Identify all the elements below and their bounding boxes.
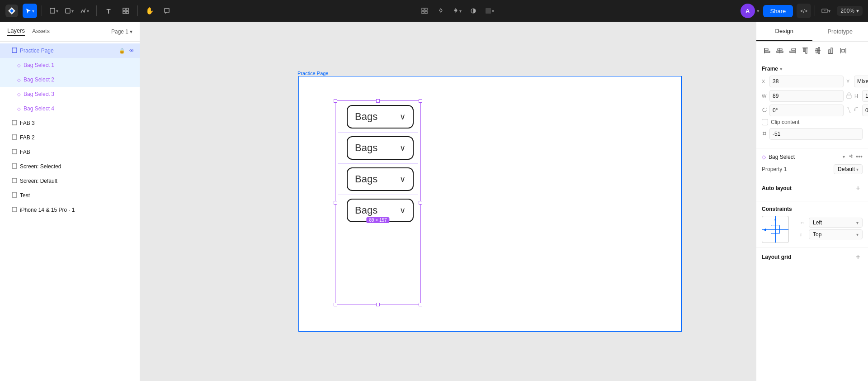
handle-mr[interactable]: [419, 201, 422, 205]
component-more-icon[interactable]: •••: [856, 153, 863, 161]
canvas-frame[interactable]: Bags ∨ Bags ∨: [298, 76, 682, 332]
text-tool-btn[interactable]: T: [101, 4, 116, 18]
w-input[interactable]: [769, 90, 844, 102]
bag-label-3: Bags: [355, 173, 377, 185]
align-middle-v-btn[interactable]: [812, 45, 823, 56]
bag-select-container[interactable]: Bags ∨ Bags ∨: [336, 101, 420, 304]
clip-content-checkbox[interactable]: [762, 119, 768, 125]
constraint-arrow-top: ▲: [774, 217, 777, 221]
x-input[interactable]: [769, 76, 844, 87]
y-input[interactable]: [854, 76, 868, 87]
tab-design[interactable]: Design: [756, 22, 812, 41]
layer-item-bag-select-4[interactable]: ◇ Bag Select 4: [0, 101, 140, 116]
property-value[interactable]: Default ▾: [834, 164, 863, 174]
component-edit-icon[interactable]: [848, 153, 854, 161]
component-actions: •••: [848, 153, 863, 161]
bag-dropdown-4[interactable]: Bags ∨ 89 × 157: [343, 199, 413, 222]
zoom-control[interactable]: 200% ▾: [837, 6, 863, 16]
radius-input[interactable]: [862, 105, 868, 116]
left-panel: Layers Assets Page 1 ▾ Practice Page 🔒 👁: [0, 22, 140, 381]
svg-rect-40: [12, 193, 17, 197]
radius-icon: [854, 107, 861, 114]
grid-tool-btn[interactable]: [417, 4, 432, 18]
h-constraint-value[interactable]: Left ▾: [809, 218, 863, 228]
align-tool-btn[interactable]: [434, 4, 448, 18]
hand-tool-btn[interactable]: ✋: [142, 4, 157, 18]
component-tool-btn[interactable]: [118, 4, 133, 18]
handle-br[interactable]: [419, 303, 422, 306]
responsive-btn[interactable]: ▾: [819, 4, 833, 18]
align-left-btn[interactable]: [762, 45, 773, 56]
layer-item-fab-2[interactable]: FAB 2: [0, 130, 140, 145]
user-avatar[interactable]: A: [741, 4, 755, 18]
h-label: H: [854, 93, 861, 99]
layer-item-iphone[interactable]: iPhone 14 & 15 Pro - 1: [0, 203, 140, 217]
bag-dropdown-2[interactable]: Bags ∨: [343, 136, 413, 160]
handle-ml[interactable]: [334, 201, 337, 205]
tab-prototype[interactable]: Prototype: [812, 22, 868, 41]
layout-grid-add-btn[interactable]: +: [854, 252, 863, 262]
h-input[interactable]: [862, 90, 868, 102]
bag-dropdown-3[interactable]: Bags ∨: [343, 167, 413, 191]
layer-item-screen-default[interactable]: Screen: Default: [0, 174, 140, 188]
right-panel: Design Prototype: [756, 22, 868, 381]
handle-bl[interactable]: [334, 303, 337, 306]
property-dropdown-icon: ▾: [856, 167, 859, 172]
layer-item-fab-3[interactable]: FAB 3: [0, 116, 140, 130]
layout-grid-section: Layout grid +: [756, 248, 868, 270]
bag-dropdown-display-2[interactable]: Bags ∨: [347, 136, 414, 160]
layer-item-bag-select-3[interactable]: ◇ Bag Select 3: [0, 87, 140, 101]
handle-tm[interactable]: [376, 99, 380, 103]
layer-item-fab[interactable]: FAB: [0, 145, 140, 159]
layer-item-bag-select-1[interactable]: ◇ Bag Select 1: [0, 58, 140, 72]
select-tool-btn[interactable]: ▾: [23, 4, 37, 18]
layer-label-bag-select-1: Bag Select 1: [24, 62, 134, 68]
layer-item-practice-page[interactable]: Practice Page 🔒 👁: [0, 43, 140, 58]
canvas-area[interactable]: Practice Page: [140, 22, 756, 381]
user-dropdown-btn[interactable]: ▾: [757, 8, 760, 14]
contrast-tool-btn[interactable]: [466, 4, 481, 18]
auto-layout-add-btn[interactable]: +: [854, 184, 863, 193]
fill-tool-btn[interactable]: ▾: [482, 4, 497, 18]
comment-tool-btn[interactable]: [160, 4, 174, 18]
svg-rect-56: [803, 48, 805, 52]
page-selector[interactable]: Page 1 ▾: [111, 29, 132, 35]
align-center-h-btn[interactable]: [774, 45, 785, 56]
handle-bm[interactable]: [376, 303, 380, 306]
rotation-input[interactable]: [769, 105, 844, 116]
frame-icon-fab: [12, 149, 17, 155]
lock-aspect-icon[interactable]: [846, 92, 852, 100]
tab-assets[interactable]: Assets: [32, 28, 50, 35]
distribute-btn[interactable]: [838, 45, 849, 56]
corner-lock-icon[interactable]: [846, 107, 852, 114]
auto-layout-header: Auto layout +: [762, 184, 863, 193]
share-button[interactable]: Share: [763, 5, 793, 17]
svg-rect-47: [764, 49, 768, 50]
handle-tl[interactable]: [334, 99, 337, 103]
bag-dropdown-display-3[interactable]: Bags ∨: [347, 167, 414, 191]
pen-tool-btn[interactable]: ▾: [77, 4, 92, 18]
align-right-btn[interactable]: [787, 45, 798, 56]
tab-layers[interactable]: Layers: [7, 27, 25, 36]
align-top-btn[interactable]: [800, 45, 811, 56]
radius-field-group: [854, 105, 868, 116]
stroke-input[interactable]: [769, 128, 863, 140]
bag-dropdown-display-1[interactable]: Bags ∨: [347, 105, 414, 129]
layer-item-screen-selected[interactable]: Screen: Selected: [0, 159, 140, 174]
frame-dropdown-icon[interactable]: ▾: [780, 67, 782, 71]
layer-item-bag-select-2[interactable]: ◇ Bag Select 2: [0, 72, 140, 87]
visibility-icon[interactable]: 👁: [129, 48, 134, 53]
component-dropdown-icon[interactable]: ▾: [843, 154, 845, 159]
v-constraint-value[interactable]: Top ▾: [809, 229, 863, 239]
shape-tool-btn[interactable]: ▾: [62, 4, 76, 18]
layer-label-fab: FAB: [20, 149, 134, 155]
code-view-btn[interactable]: </>: [797, 4, 811, 18]
paint-tool-btn[interactable]: ▾: [450, 4, 464, 18]
bag-dropdown-1[interactable]: Bags ∨: [343, 105, 413, 129]
handle-tr[interactable]: [419, 99, 422, 103]
frame-tool-btn[interactable]: ▾: [47, 4, 61, 18]
app-logo[interactable]: [5, 5, 18, 17]
layer-item-test[interactable]: Test: [0, 188, 140, 203]
align-bottom-btn[interactable]: [825, 45, 836, 56]
svg-rect-34: [12, 164, 17, 168]
